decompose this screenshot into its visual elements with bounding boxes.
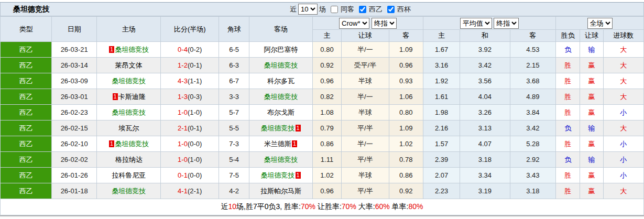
away-team-link[interactable]: 布尔戈斯 bbox=[267, 108, 294, 116]
same-venue-checkbox[interactable] bbox=[331, 6, 338, 13]
cup-filter-checkbox[interactable] bbox=[387, 6, 395, 13]
bookmaker-stage-select[interactable]: 终指 bbox=[372, 18, 397, 29]
result-goals-cell: 大 bbox=[603, 121, 644, 136]
odds-away-cell: 0.86 bbox=[389, 168, 423, 183]
score-cell: 0-4(0-2) bbox=[161, 42, 219, 58]
avg-home-cell: 1.61 bbox=[423, 89, 460, 105]
fulltime-score: 1-2 bbox=[178, 61, 188, 69]
away-team-cell: 米兰德斯1 bbox=[249, 136, 313, 152]
match-date: 26-03-01 bbox=[52, 89, 96, 105]
odds-away-cell: 0.93 bbox=[389, 73, 423, 89]
col-header-corner: 角球 bbox=[219, 17, 249, 42]
league-type-cell: 西乙 bbox=[1, 89, 52, 105]
home-team-link[interactable]: 桑坦德竞技 bbox=[112, 187, 146, 195]
scope-select[interactable]: 全场 bbox=[587, 18, 613, 29]
away-team-cell: 拉斯帕尔马斯 bbox=[249, 183, 313, 199]
league-type-cell: 西乙 bbox=[1, 152, 52, 168]
col-header-result-goals: 进球数 bbox=[603, 30, 644, 42]
avg-draw-cell: 3.34 bbox=[460, 168, 510, 183]
match-history-table: 类型 日期 主场 比分(半场) 角球 客场 Crow* 终指 平均值 终指 全场… bbox=[0, 16, 644, 215]
avg-draw-cell: 3.18 bbox=[460, 152, 510, 168]
summary-segment: 近 bbox=[221, 202, 228, 211]
fulltime-score: 1-3 bbox=[178, 93, 188, 101]
corner-cell: 3-3 bbox=[219, 89, 249, 105]
away-team-link[interactable]: 阿尔巴塞特 bbox=[264, 46, 298, 53]
bookmaker-select[interactable]: Crow* bbox=[339, 18, 369, 29]
odds-away-cell: 0.78 bbox=[389, 152, 423, 168]
result-handicap-cell: 输 bbox=[580, 152, 603, 168]
avg-draw-cell: 3.42 bbox=[460, 58, 510, 73]
odds-handicap-cell: 半球 bbox=[342, 73, 389, 89]
away-team-link[interactable]: 桑坦德竞技 bbox=[264, 93, 298, 101]
odds-handicap-cell: 受平/半 bbox=[342, 58, 389, 73]
result-handicap-cell: 赢 bbox=[580, 58, 603, 73]
result-wdl-cell: 胜 bbox=[556, 58, 580, 73]
away-team-cell: 桑坦德竞技1 bbox=[249, 168, 313, 183]
halftime-score: (0-0) bbox=[188, 171, 202, 179]
match-row: 西乙26-02-101桑坦德竞技1-0(0-0)7-3米兰德斯10.86半/一1… bbox=[1, 136, 644, 152]
home-team-link[interactable]: 桑坦德竞技 bbox=[115, 46, 149, 53]
home-team-link[interactable]: 桑坦德竞技 bbox=[115, 140, 149, 148]
average-stage-select[interactable]: 终指 bbox=[494, 18, 519, 29]
away-team-link[interactable]: 科尔多瓦 bbox=[267, 77, 294, 85]
odds-away-cell: 0.80 bbox=[389, 105, 423, 121]
league-type-cell: 西乙 bbox=[1, 105, 52, 121]
match-date: 26-03-21 bbox=[52, 42, 96, 58]
corner-cell: 5-4 bbox=[219, 152, 249, 168]
away-team-link[interactable]: 桑坦德竞技 bbox=[264, 61, 298, 69]
halftime-score: (1-0) bbox=[188, 108, 202, 116]
home-team-link[interactable]: 桑坦德竞技 bbox=[112, 77, 146, 85]
corner-cell: 6-5 bbox=[219, 42, 249, 58]
odds-away-cell: 1.02 bbox=[389, 136, 423, 152]
col-header-result-handicap: 让球 bbox=[580, 30, 603, 42]
league-type-cell: 西乙 bbox=[1, 42, 52, 58]
avg-draw-cell: 3.26 bbox=[460, 105, 510, 121]
score-cell: 1-0(1-0) bbox=[161, 105, 219, 121]
home-team-link[interactable]: 拉科鲁尼亚 bbox=[112, 171, 146, 179]
home-team-link[interactable]: 卡斯迪隆 bbox=[118, 93, 146, 101]
col-header-away: 客场 bbox=[249, 17, 313, 42]
home-team-link[interactable]: 埃瓦尔 bbox=[118, 124, 139, 132]
avg-draw-cell: 4.04 bbox=[460, 89, 510, 105]
halftime-score: (0-2) bbox=[188, 46, 202, 53]
match-date: 26-01-18 bbox=[52, 183, 96, 199]
corner-cell: 7-3 bbox=[219, 136, 249, 152]
league-type-cell: 西乙 bbox=[1, 183, 52, 199]
result-goals-cell: 大 bbox=[603, 73, 644, 89]
col-header-type: 类型 bbox=[1, 17, 52, 42]
away-team-link[interactable]: 桑坦德竞技 bbox=[261, 171, 295, 179]
away-team-cell: 桑坦德竞技1 bbox=[249, 121, 313, 136]
away-team-cell: 桑坦德竞技 bbox=[249, 89, 313, 105]
average-select[interactable]: 平均值 bbox=[460, 18, 492, 29]
odds-away-cell: 1.09 bbox=[389, 121, 423, 136]
league-filter-checkbox[interactable] bbox=[359, 6, 366, 13]
avg-away-cell: 4.53 bbox=[510, 42, 555, 58]
result-goals-cell: 小 bbox=[603, 136, 644, 152]
match-date: 26-03-09 bbox=[52, 73, 96, 89]
score-cell: 0-1(0-0) bbox=[161, 168, 219, 183]
home-team-cell: 拉科鲁尼亚 bbox=[96, 168, 161, 183]
rank-badge: 1 bbox=[296, 172, 301, 179]
odds-home-cell: 0.96 bbox=[312, 73, 341, 89]
home-team-link[interactable]: 桑坦德竞技 bbox=[112, 108, 146, 116]
away-team-link[interactable]: 桑坦德竞技 bbox=[264, 156, 298, 163]
games-count-select[interactable]: 10 bbox=[298, 4, 318, 15]
odds-away-cell: 0.96 bbox=[389, 58, 423, 73]
odds-handicap-cell: 半/一 bbox=[342, 136, 389, 152]
match-date: 26-01-26 bbox=[52, 168, 96, 183]
average-odds-group-header: 平均值 终指 bbox=[423, 17, 555, 30]
halftime-score: (0-1) bbox=[188, 61, 202, 69]
fulltime-score: 1-0 bbox=[178, 156, 188, 163]
odds-home-cell: 0.80 bbox=[312, 42, 341, 58]
home-team-link[interactable]: 莱昂文体 bbox=[115, 61, 143, 69]
avg-away-cell: 3.68 bbox=[510, 73, 555, 89]
summary-segment: 场,胜7平0负3, 胜率: bbox=[236, 202, 301, 211]
away-team-cell: 科尔多瓦 bbox=[249, 73, 313, 89]
away-team-link[interactable]: 桑坦德竞技 bbox=[261, 124, 295, 132]
result-goals-cell: 大 bbox=[603, 58, 644, 73]
away-team-link[interactable]: 拉斯帕尔马斯 bbox=[260, 187, 301, 195]
col-header-home: 主场 bbox=[96, 17, 161, 42]
col-header-avg-draw: 和 bbox=[460, 30, 510, 42]
away-team-link[interactable]: 米兰德斯 bbox=[264, 140, 291, 148]
home-team-link[interactable]: 格拉纳达 bbox=[115, 156, 143, 163]
